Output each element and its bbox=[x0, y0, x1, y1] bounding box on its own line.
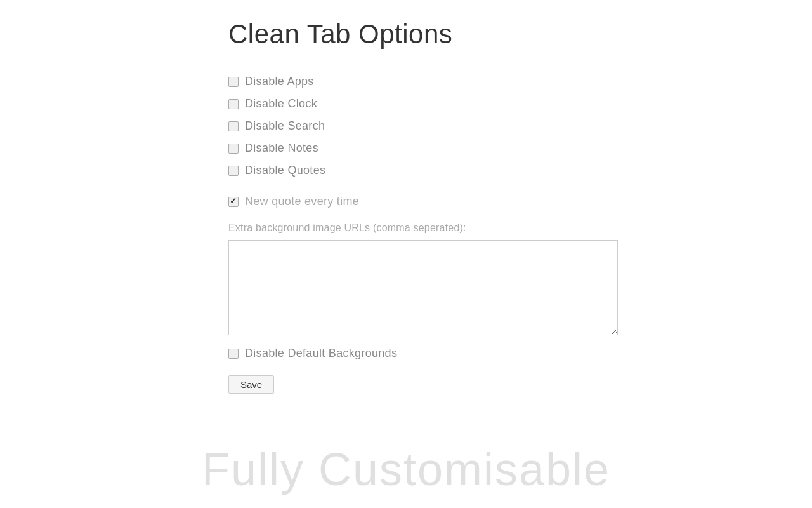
disable-search-row: Disable Search bbox=[228, 119, 325, 133]
new-quote-row: New quote every time bbox=[228, 195, 359, 208]
disable-notes-checkbox[interactable] bbox=[228, 144, 239, 154]
disable-notes-label: Disable Notes bbox=[245, 142, 318, 155]
disable-clock-row: Disable Clock bbox=[228, 97, 325, 110]
disable-apps-row: Disable Apps bbox=[228, 75, 325, 88]
disable-quotes-label: Disable Quotes bbox=[245, 164, 325, 177]
disable-bg-label: Disable Default Backgrounds bbox=[245, 347, 397, 360]
disable-notes-row: Disable Notes bbox=[228, 142, 325, 155]
disable-bg-row: Disable Default Backgrounds bbox=[228, 347, 397, 360]
save-button[interactable]: Save bbox=[228, 375, 274, 394]
disable-search-label: Disable Search bbox=[245, 119, 325, 133]
disable-search-checkbox[interactable] bbox=[228, 121, 239, 131]
disable-clock-checkbox[interactable] bbox=[228, 99, 239, 109]
new-quote-label: New quote every time bbox=[245, 195, 359, 208]
options-section: Disable Apps Disable Clock Disable Searc… bbox=[228, 75, 325, 177]
bg-urls-textarea[interactable] bbox=[228, 240, 618, 335]
page-title: Clean Tab Options bbox=[228, 19, 452, 50]
disable-clock-label: Disable Clock bbox=[245, 97, 317, 110]
disable-bg-checkbox[interactable] bbox=[228, 349, 239, 359]
disable-quotes-row: Disable Quotes bbox=[228, 164, 325, 177]
disable-quotes-checkbox[interactable] bbox=[228, 166, 239, 176]
bg-urls-label: Extra background image URLs (comma seper… bbox=[228, 222, 466, 234]
disable-apps-label: Disable Apps bbox=[245, 75, 314, 88]
page-container: Clean Tab Options Disable Apps Disable C… bbox=[0, 0, 812, 508]
disable-apps-checkbox[interactable] bbox=[228, 77, 239, 87]
new-quote-checkbox[interactable] bbox=[228, 197, 239, 207]
